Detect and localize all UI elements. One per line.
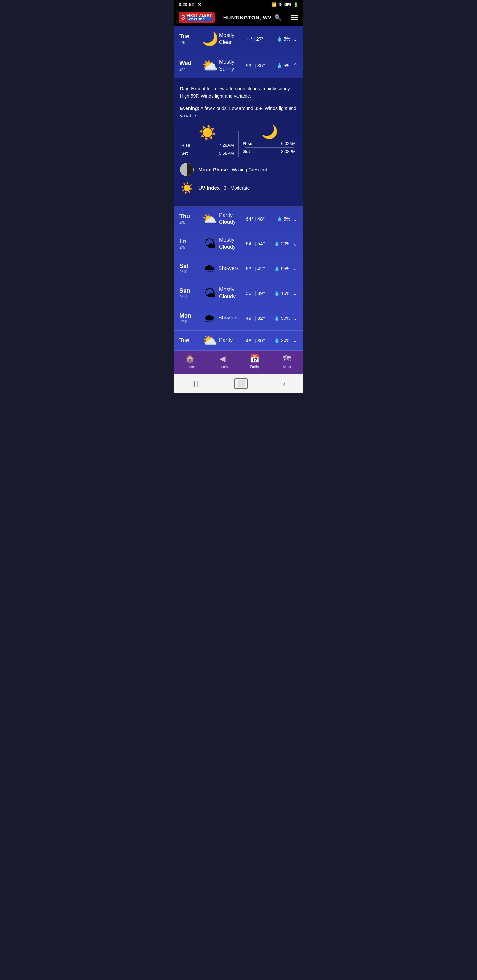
collapse-chevron[interactable]: ⌃ (293, 62, 298, 69)
low-temp: 39° (257, 290, 265, 296)
expand-chevron[interactable]: ⌄ (293, 290, 298, 297)
hourly-icon: ◀ (219, 354, 225, 363)
weather-icon: 🌧 (200, 262, 218, 275)
forecast-row-tue-2-6[interactable]: Tue 2/6 🌙 MostlyClear --° | 27° 💧 5% ⌄ (174, 26, 303, 52)
day-date: 2/6 (179, 40, 201, 45)
day-condition: Showers (218, 265, 239, 272)
status-temp: 52° (189, 2, 196, 7)
weather-icon: ⛅ (201, 57, 219, 73)
low-temp: 48° (257, 216, 265, 221)
menu-button[interactable] (290, 15, 298, 20)
moon-rise-time: 6:02AM (281, 141, 296, 146)
precip-pct: 15% (281, 291, 290, 296)
low-temp: 30° (257, 338, 265, 343)
day-info: Wed 2/7 (179, 60, 201, 72)
day-info: Thu 2/8 (179, 213, 201, 225)
day-name: Tue (179, 33, 201, 40)
expand-chevron[interactable]: ⌄ (293, 240, 298, 247)
day-temps: 48° | 30° (239, 338, 272, 343)
nav-home[interactable]: 🏠 Home (179, 354, 202, 369)
precip-pct: 5% (284, 63, 290, 68)
nav-map-label: Map (283, 364, 291, 369)
moon-phase-value: Waning Crescent (231, 167, 267, 172)
day-date: 2/9 (179, 245, 201, 250)
moon-phase-label: Moon Phase (198, 167, 228, 172)
moon-phase-row: Moon Phase Waning Crescent (180, 162, 297, 177)
nav-hourly[interactable]: ◀ Hourly (211, 354, 234, 369)
uv-index-label: UV Index (198, 185, 220, 191)
weather-container: Tue 2/6 🌙 MostlyClear --° | 27° 💧 5% ⌄ W… (174, 26, 303, 351)
nav-daily-label: Daily (250, 364, 259, 369)
day-condition: PartlyCloudy (219, 212, 239, 226)
app-logo: 3 FIRST ALERT WEATHER (179, 12, 215, 22)
low-temp: 54° (257, 241, 265, 246)
nav-daily[interactable]: 📅 Daily (243, 354, 266, 369)
day-label: Day: (180, 86, 190, 91)
expand-chevron[interactable]: ⌄ (293, 215, 298, 223)
day-precip: 💧 20% (272, 241, 290, 246)
low-temp: 32° (257, 315, 265, 321)
precip-drop-icon: 💧 (277, 63, 282, 68)
uv-index-row: ☀️ UV Index 3 - Moderate (180, 181, 297, 195)
moon-set-time: 3:08PM (281, 149, 296, 154)
weather-icon: ⛅ (201, 212, 219, 226)
day-condition: MostlyCloudy (219, 286, 239, 300)
day-precip: 💧 50% (272, 315, 290, 321)
day-condition: Showers (218, 315, 239, 321)
expand-chevron[interactable]: ⌄ (293, 337, 298, 344)
signal-icon: ⊘ (279, 2, 282, 6)
sun-icon: ☀️ (198, 124, 217, 142)
day-temps: 64° | 54° (239, 241, 272, 246)
day-precip: 💧 20% (272, 338, 290, 343)
header-location[interactable]: HUNTINGTON, WV 🔍 (223, 14, 282, 21)
temp-divider: | (254, 36, 255, 42)
day-name: Fri (179, 238, 201, 245)
high-temp: 48° (246, 338, 254, 343)
day-name: Thu (179, 213, 201, 220)
system-menu-button[interactable]: ||| (191, 380, 199, 387)
location-text: HUNTINGTON, WV (223, 14, 272, 20)
logo-weather: WEATHER (187, 17, 212, 21)
status-x-icon: ✕ (198, 2, 201, 7)
high-temp: 64° (246, 216, 254, 221)
system-nav: ||| ⬜ ‹ (174, 374, 303, 393)
forecast-row-thu-2-8[interactable]: Thu 2/8 ⛅ PartlyCloudy 64° | 48° 💧 5% ⌄ (174, 207, 303, 231)
day-info: Fri 2/9 (179, 238, 201, 250)
expand-chevron[interactable]: ⌄ (293, 315, 298, 322)
day-info: Tue 2/6 (179, 33, 201, 45)
weather-icon: 🌧 (200, 311, 218, 325)
moon-icon: 🌙 (262, 124, 278, 140)
forecast-row-mon-2-12[interactable]: Mon 2/12 🌧 Showers 49° | 32° 💧 50% ⌄ (174, 306, 303, 331)
weather-icon: 🌤 (201, 237, 219, 251)
day-precip: 💧 5% (272, 216, 290, 221)
day-name: Tue (179, 337, 201, 344)
nav-map[interactable]: 🗺 Map (275, 354, 298, 369)
sun-set-time: 5:58PM (219, 151, 234, 156)
low-temp: 35° (257, 62, 265, 68)
expand-chevron[interactable]: ⌄ (293, 35, 298, 43)
high-temp: 56° (246, 290, 254, 296)
expand-chevron[interactable]: ⌄ (293, 265, 298, 272)
weather-icon: ⛅ (201, 333, 219, 347)
wifi-icon: 📶 (272, 2, 277, 7)
day-condition: MostlyCloudy (219, 237, 239, 251)
day-description: Day: Except for a few afternoon clouds, … (180, 85, 297, 100)
day-temps: 59° | 35° (239, 62, 272, 68)
forecast-row-sun-2-11[interactable]: Sun 2/11 🌤 MostlyCloudy 56° | 39° 💧 15% … (174, 281, 303, 306)
day-name: Sat (179, 262, 200, 269)
forecast-row-sat-2-10[interactable]: Sat 2/10 🌧 Showers 63° | 42° 💧 55% ⌄ (174, 256, 303, 281)
system-home-button[interactable]: ⬜ (234, 379, 248, 389)
forecast-row-fri-2-9[interactable]: Fri 2/9 🌤 MostlyCloudy 64° | 54° 💧 20% ⌄ (174, 231, 303, 256)
forecast-row-tue-2-13[interactable]: Tue ⛅ Partly 48° | 30° 💧 20% ⌄ (174, 331, 303, 351)
evening-description: Evening: A few clouds. Low around 35F. W… (180, 105, 297, 119)
forecast-row-wed-2-7[interactable]: Wed 2/7 ⛅ MostlySunny 59° | 35° 💧 5% ⌃ (174, 52, 303, 78)
search-icon[interactable]: 🔍 (274, 14, 282, 21)
system-back-button[interactable]: ‹ (283, 379, 286, 388)
precip-pct: 20% (281, 241, 290, 246)
day-date: 2/7 (179, 67, 201, 72)
day-date: 2/8 (179, 220, 201, 225)
day-date: 2/10 (179, 269, 200, 274)
bottom-nav: 🏠 Home ◀ Hourly 📅 Daily 🗺 Map (174, 351, 303, 374)
status-left: 3:23 52° ✕ (179, 2, 201, 7)
nav-home-label: Home (185, 364, 195, 369)
